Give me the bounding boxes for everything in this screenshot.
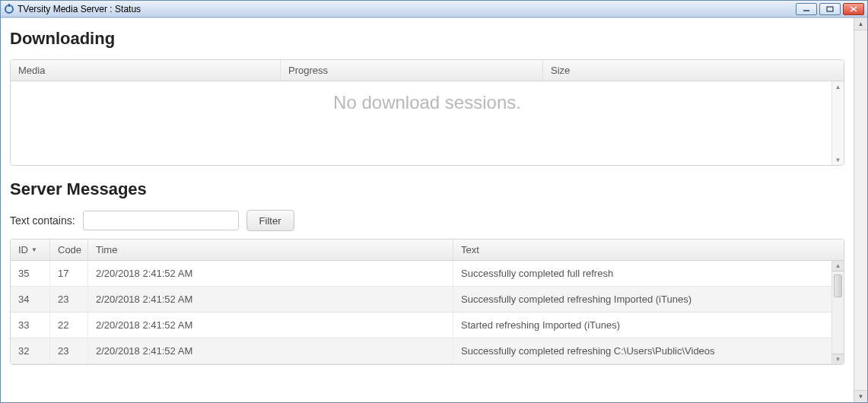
table-row[interactable]: 33222/20/2018 2:41:52 AMStarted refreshi… [11, 313, 844, 338]
cell-text: Successfully completed full refresh [453, 261, 844, 286]
cell-text: Started refreshing Imported (iTunes) [453, 313, 844, 338]
table-row[interactable]: 34232/20/2018 2:41:52 AMSuccessfully com… [11, 287, 844, 313]
col-progress[interactable]: Progress [281, 60, 543, 81]
scroll-down-icon[interactable]: ▼ [832, 354, 844, 364]
col-media[interactable]: Media [11, 60, 281, 81]
cell-text: Successfully completed refreshing Import… [453, 287, 844, 312]
filter-input[interactable] [83, 211, 239, 230]
cell-code: 17 [50, 261, 88, 286]
downloads-body: No download sessions. ▲ ▼ [11, 81, 844, 165]
cell-time: 2/20/2018 2:41:52 AM [88, 287, 453, 312]
close-button[interactable] [843, 3, 864, 15]
scroll-up-icon[interactable]: ▲ [832, 81, 844, 92]
content: Downloading Media Progress Size No downl… [1, 18, 854, 402]
maximize-button[interactable] [819, 3, 841, 15]
cell-code: 23 [50, 338, 88, 363]
col-id-label: ID [18, 244, 28, 255]
client-area: Downloading Media Progress Size No downl… [1, 17, 867, 402]
app-window: TVersity Media Server : Status Downloadi… [0, 0, 868, 403]
window-scrollbar[interactable]: ▲ ▼ [854, 18, 867, 402]
cell-time: 2/20/2018 2:41:52 AM [88, 261, 453, 286]
messages-header: ID ▼ Code Time Text [11, 240, 844, 261]
scroll-down-icon[interactable]: ▼ [832, 154, 844, 165]
cell-id: 32 [11, 338, 50, 363]
cell-code: 22 [50, 313, 88, 338]
cell-time: 2/20/2018 2:41:52 AM [88, 338, 453, 363]
minimize-button[interactable] [796, 3, 817, 15]
col-text[interactable]: Text [453, 240, 844, 260]
table-row[interactable]: 32232/20/2018 2:41:52 AMSuccessfully com… [11, 338, 844, 364]
messages-scrollbar[interactable]: ▲ ▼ [831, 261, 844, 364]
scroll-thumb[interactable] [834, 274, 842, 297]
cell-id: 34 [11, 287, 50, 312]
window-controls [796, 3, 864, 15]
filter-label: Text contains: [10, 214, 75, 227]
filter-row: Text contains: Filter [10, 210, 844, 231]
messages-body: 35172/20/2018 2:41:52 AMSuccessfully com… [11, 261, 844, 364]
col-size[interactable]: Size [543, 60, 844, 81]
filter-button[interactable]: Filter [246, 210, 294, 231]
svg-rect-3 [827, 7, 833, 11]
col-code[interactable]: Code [50, 240, 88, 260]
downloads-empty-text: No download sessions. [333, 92, 521, 113]
window-title: TVersity Media Server : Status [17, 4, 796, 14]
cell-time: 2/20/2018 2:41:52 AM [88, 313, 453, 338]
app-icon [4, 4, 14, 14]
col-time[interactable]: Time [88, 240, 453, 260]
scroll-down-icon[interactable]: ▼ [854, 390, 867, 402]
scroll-up-icon[interactable]: ▲ [832, 261, 844, 271]
cell-id: 35 [11, 261, 50, 286]
downloading-heading: Downloading [10, 29, 844, 49]
cell-id: 33 [11, 313, 50, 338]
scroll-up-icon[interactable]: ▲ [854, 18, 867, 30]
cell-text: Successfully completed refreshing C:\Use… [453, 338, 844, 363]
sort-desc-icon: ▼ [31, 246, 37, 253]
downloads-panel: Media Progress Size No download sessions… [10, 59, 844, 166]
messages-panel: ID ▼ Code Time Text 35172/20/2018 2:41:5… [10, 239, 844, 365]
server-messages-heading: Server Messages [10, 179, 844, 199]
downloads-header: Media Progress Size [11, 60, 844, 81]
table-row[interactable]: 35172/20/2018 2:41:52 AMSuccessfully com… [11, 261, 844, 287]
downloads-scrollbar[interactable]: ▲ ▼ [831, 81, 844, 165]
cell-code: 23 [50, 287, 88, 312]
titlebar[interactable]: TVersity Media Server : Status [1, 1, 867, 17]
svg-rect-1 [8, 4, 10, 7]
col-id[interactable]: ID ▼ [11, 240, 50, 260]
